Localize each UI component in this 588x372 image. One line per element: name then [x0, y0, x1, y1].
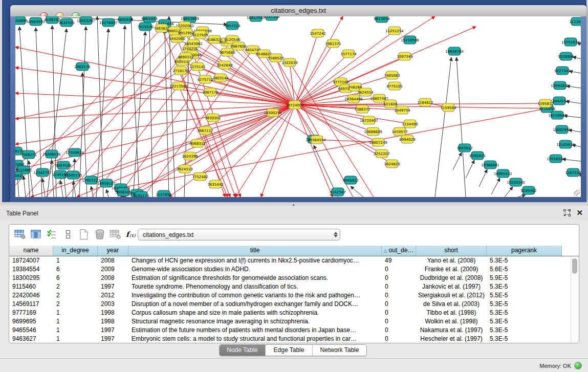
table-cell[interactable]: 2	[53, 282, 98, 291]
table-cell[interactable]: 6	[53, 265, 98, 274]
table-cell[interactable]: 18300295	[9, 274, 53, 282]
float-window-icon[interactable]	[563, 209, 571, 217]
graph-node[interactable]: 9545022	[342, 176, 358, 184]
graph-node[interactable]: 3624554	[357, 88, 374, 96]
close-panel-icon[interactable]: ✕	[576, 209, 583, 217]
graph-node[interactable]: 1112052	[569, 17, 581, 26]
graph-node[interactable]: 7752482	[192, 172, 208, 181]
table-cell[interactable]: 5.3E-5	[487, 309, 562, 317]
graph-node[interactable]: 9242848	[216, 61, 232, 69]
table-cell[interactable]: 0	[382, 317, 416, 326]
table-cell[interactable]: 0	[382, 274, 416, 282]
table-cell[interactable]: 9777169	[9, 309, 53, 317]
table-cell[interactable]: 2	[53, 300, 98, 309]
network-window-titlebar[interactable]: citations_edges.txt	[10, 5, 586, 17]
table-cell[interactable]: Tibbo et al. (1998)	[416, 309, 487, 317]
graph-node[interactable]: 1547242	[310, 29, 325, 37]
graph-node[interactable]: 9056505	[115, 188, 131, 196]
graph-node[interactable]: 1049754	[394, 106, 410, 114]
graph-node[interactable]: 16720407	[360, 116, 378, 124]
table-cell[interactable]: Corpus callosum shape and size in male p…	[128, 309, 382, 317]
table-cell[interactable]: Changes of HCN gene expression and I(f) …	[128, 256, 382, 265]
table-cell[interactable]: 5.3E-5	[487, 335, 562, 343]
table-cell[interactable]: 49	[382, 256, 416, 265]
table-cell[interactable]: 5.3E-5	[487, 317, 562, 326]
table-cell[interactable]: Nakamura et al. (1997)	[416, 326, 487, 335]
graph-node[interactable]: 16648784	[445, 47, 464, 55]
table-cell[interactable]: 22420046	[9, 291, 53, 300]
graph-node[interactable]: 11251254	[385, 27, 404, 35]
column-header-short[interactable]: short	[416, 246, 487, 256]
table-cell[interactable]: 18724007	[9, 256, 53, 265]
table-cell[interactable]: 1	[53, 326, 98, 335]
table-row[interactable]: 2242004622012Investigating the contribut…	[9, 291, 562, 300]
unselect-rows-button[interactable]	[60, 228, 76, 242]
table-cell[interactable]: Estimation of the future numbers of pati…	[128, 326, 382, 335]
scrollbar-thumb[interactable]	[572, 258, 577, 274]
graph-node[interactable]: 12103415	[556, 140, 575, 148]
graph-node[interactable]: 7386372	[354, 105, 370, 113]
graph-node[interactable]: 3967117	[197, 126, 213, 135]
graph-node[interactable]: 3067170	[202, 88, 218, 96]
table-cell[interactable]: Jankovic et al. (1997)	[416, 282, 487, 291]
table-cell[interactable]: Structural magnetic resonance image aver…	[128, 317, 382, 326]
table-cell[interactable]: 5.3E-5	[487, 300, 562, 309]
function-builder-button[interactable]: f(x)	[123, 228, 139, 242]
graph-node[interactable]: 8775105	[386, 82, 402, 90]
table-cell[interactable]: 2008	[98, 274, 128, 282]
table-cell[interactable]: 14569117	[9, 300, 53, 309]
table-cell[interactable]: Yano et al. (2008)	[416, 256, 487, 265]
graph-node[interactable]: 9875685	[219, 48, 235, 56]
table-cell[interactable]: 6	[53, 274, 98, 282]
table-cell[interactable]: 5.3E-5	[487, 282, 562, 291]
table-cell[interactable]: 0	[382, 265, 416, 274]
graph-node[interactable]: 2650695	[15, 16, 28, 25]
column-header-year[interactable]: year	[98, 246, 128, 256]
graph-node[interactable]: 8813054	[374, 16, 390, 23]
graph-node[interactable]: 1620399	[182, 152, 198, 160]
table-cell[interactable]: 0	[382, 291, 416, 300]
table-cell[interactable]: Investigating the contribution of common…	[128, 291, 382, 300]
table-cell[interactable]: 1998	[98, 309, 128, 317]
table-selector-dropdown[interactable]: citations_edges.txt	[138, 229, 340, 240]
graph-node[interactable]: 1164612	[417, 98, 433, 106]
table-cell[interactable]: Wolkin et al. (1998)	[416, 317, 487, 326]
table-row[interactable]: 1872400712008Changes of HCN gene express…	[9, 256, 562, 265]
table-cell[interactable]: 5.3E-5	[487, 256, 562, 265]
table-cell[interactable]: 1998	[98, 317, 128, 326]
graph-node[interactable]: 1154490	[402, 120, 418, 128]
table-cell[interactable]: 2003	[98, 300, 128, 309]
table-cell[interactable]: Hescheler et al. (1997)	[416, 335, 487, 343]
graph-node[interactable]: 7905916	[117, 16, 133, 24]
table-row[interactable]: 911546021997Tourette syndrome. Phenomeno…	[9, 282, 562, 291]
split-pane-divider[interactable]: ▲▼	[0, 202, 588, 207]
tab-node-table[interactable]: Node Table	[220, 345, 266, 356]
tab-edge-table[interactable]: Edge Table	[266, 345, 313, 356]
divider-handle-icon[interactable]: ▲▼	[292, 203, 296, 206]
table-cell[interactable]: de Silva et al. (2003)	[416, 300, 487, 309]
graph-node[interactable]: 1624820	[384, 160, 400, 168]
table-cell[interactable]: 0	[382, 309, 416, 317]
graph-node[interactable]: 15751074	[561, 38, 580, 46]
graph-node[interactable]: 1322034	[281, 58, 298, 67]
new-table-button[interactable]	[76, 228, 92, 242]
graph-node[interactable]: 20206536	[42, 150, 61, 158]
table-cell[interactable]: 5.5E-5	[487, 291, 562, 300]
graph-node[interactable]: 1097349	[397, 52, 412, 60]
table-cell[interactable]: 1	[53, 256, 98, 265]
graph-node[interactable]: 18300295	[264, 108, 282, 117]
graph-node[interactable]: 9097548	[55, 161, 71, 169]
table-cell[interactable]: 2009	[98, 265, 128, 274]
graph-node[interactable]: 1830201	[205, 114, 221, 122]
table-cell[interactable]: 1	[53, 335, 98, 343]
graph-node[interactable]: 7515526	[137, 23, 154, 31]
table-row[interactable]: 946362711997Embryonic stem cells: a mode…	[9, 335, 562, 343]
table-cell[interactable]: 5.6E-5	[487, 265, 562, 274]
column-header-title[interactable]: title	[128, 246, 382, 256]
graph-node[interactable]: 7509275	[20, 150, 36, 159]
graph-node[interactable]: 9068312	[189, 139, 205, 147]
table-cell[interactable]: 0	[382, 335, 416, 343]
table-cell[interactable]: Embryonic stem cells: a model to study s…	[128, 335, 382, 343]
table-cell[interactable]: 1997	[98, 326, 128, 335]
graph-node[interactable]: 15692951	[553, 125, 571, 134]
